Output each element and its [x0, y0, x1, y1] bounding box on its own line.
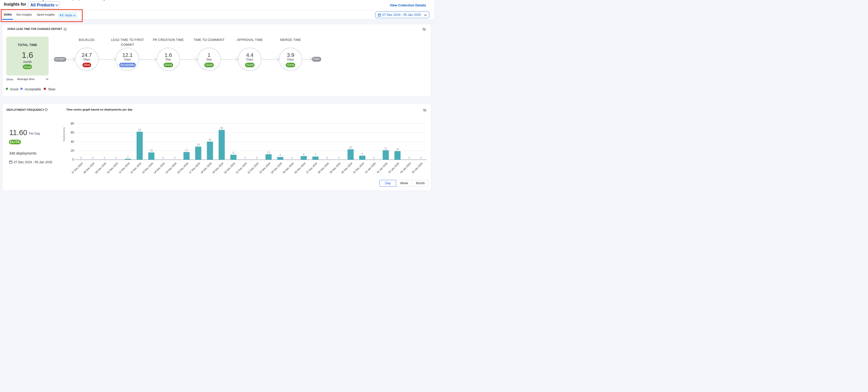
svg-text:11 Dec 2024: 11 Dec 2024	[118, 162, 130, 174]
svg-text:0: 0	[162, 156, 164, 159]
svg-text:0: 0	[338, 156, 340, 159]
svg-text:0: 0	[327, 156, 328, 159]
svg-text:04 Jan 2025: 04 Jan 2025	[399, 162, 411, 174]
svg-text:0: 0	[244, 156, 246, 159]
svg-text:05 Jan 2025: 05 Jan 2025	[411, 162, 423, 174]
svg-text:31 Dec 2024: 31 Dec 2024	[352, 162, 365, 174]
svg-text:0: 0	[116, 156, 117, 159]
svg-text:0: 0	[291, 156, 293, 159]
svg-text:22 Dec 2024: 22 Dec 2024	[247, 162, 259, 174]
svg-text:20 Dec 2024: 20 Dec 2024	[223, 162, 236, 174]
svg-text:10 Dec 2024: 10 Dec 2024	[106, 162, 119, 174]
svg-text:9: 9	[362, 152, 363, 155]
svg-text:0: 0	[92, 156, 94, 159]
svg-text:21: 21	[384, 147, 388, 150]
svg-text:Deployments: Deployments	[62, 127, 65, 142]
svg-text:21 Dec 2024: 21 Dec 2024	[235, 162, 247, 174]
svg-text:40: 40	[71, 140, 74, 143]
svg-text:24 Dec 2024: 24 Dec 2024	[270, 162, 282, 174]
svg-text:02 Jan 2025: 02 Jan 2025	[376, 162, 388, 174]
svg-text:19 Dec 2024: 19 Dec 2024	[212, 162, 224, 174]
svg-text:29: 29	[197, 143, 200, 146]
svg-text:40: 40	[209, 139, 212, 141]
svg-text:30 Dec 2024: 30 Dec 2024	[341, 162, 353, 174]
svg-text:66: 66	[220, 127, 223, 129]
svg-text:2: 2	[127, 156, 129, 158]
svg-text:25 Dec 2024: 25 Dec 2024	[282, 162, 294, 174]
svg-text:17: 17	[185, 149, 188, 151]
svg-text:0: 0	[373, 156, 375, 159]
svg-text:0: 0	[174, 156, 176, 159]
svg-text:62: 62	[138, 128, 141, 131]
svg-text:18 Dec 2024: 18 Dec 2024	[200, 162, 212, 174]
svg-text:80: 80	[71, 122, 74, 125]
svg-text:60: 60	[71, 131, 74, 134]
svg-text:0: 0	[80, 156, 82, 159]
svg-text:17 Dec 2024: 17 Dec 2024	[188, 162, 200, 174]
svg-text:12: 12	[267, 151, 270, 154]
svg-text:29 Dec 2024: 29 Dec 2024	[329, 162, 341, 174]
svg-text:16: 16	[150, 149, 153, 152]
svg-text:0: 0	[256, 156, 258, 159]
svg-text:0: 0	[104, 156, 105, 159]
svg-text:03 Jan 2025: 03 Jan 2025	[388, 162, 400, 174]
svg-text:8: 8	[303, 153, 305, 156]
svg-text:14 Dec 2024: 14 Dec 2024	[153, 162, 165, 174]
svg-text:0: 0	[72, 158, 74, 161]
svg-text:15 Dec 2024: 15 Dec 2024	[165, 162, 177, 174]
svg-text:08 Dec 2024: 08 Dec 2024	[83, 162, 95, 174]
svg-text:12 Dec 2024: 12 Dec 2024	[130, 162, 142, 174]
svg-text:13 Dec 2024: 13 Dec 2024	[142, 162, 154, 174]
svg-text:6: 6	[280, 154, 281, 157]
svg-text:07 Dec 2024: 07 Dec 2024	[71, 162, 84, 174]
svg-text:27 Dec 2024: 27 Dec 2024	[306, 162, 318, 174]
svg-text:20: 20	[71, 149, 74, 152]
svg-text:01 Jan 2025: 01 Jan 2025	[364, 162, 376, 174]
svg-text:09 Dec 2024: 09 Dec 2024	[94, 162, 107, 174]
svg-text:7: 7	[315, 153, 316, 156]
svg-text:16 Dec 2024: 16 Dec 2024	[177, 162, 189, 174]
svg-text:0: 0	[420, 156, 422, 159]
svg-text:23: 23	[349, 146, 352, 149]
svg-text:19: 19	[396, 148, 399, 151]
svg-text:11: 11	[232, 151, 235, 154]
svg-text:0: 0	[408, 156, 410, 159]
svg-text:28 Dec 2024: 28 Dec 2024	[317, 162, 330, 174]
svg-text:26 Dec 2024: 26 Dec 2024	[294, 162, 306, 174]
svg-text:23 Dec 2024: 23 Dec 2024	[259, 162, 271, 174]
